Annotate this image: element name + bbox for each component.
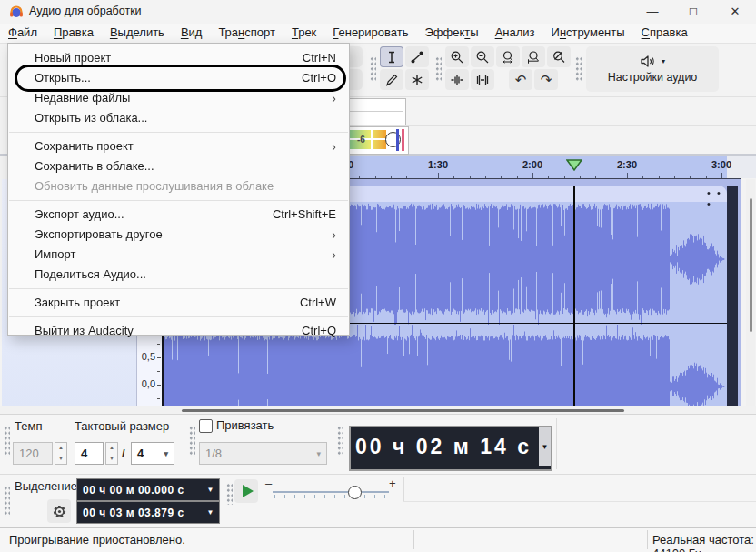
speaker-icon — [640, 55, 656, 68]
ts-numerator-input[interactable]: 4 — [75, 442, 104, 465]
file-menu-item-6[interactable]: Сохранить в облаке... — [8, 156, 349, 176]
edit-toolbar-grip[interactable] — [435, 56, 442, 82]
menu-bar: ФайлПравкаВыделитьВидТранспортТрекГенери… — [0, 24, 756, 44]
zoom-fit-icon — [526, 50, 541, 65]
gear-icon — [52, 504, 67, 519]
ts-spinner[interactable]: ▲▼ — [105, 442, 118, 465]
menubar-item-8[interactable]: Анализ — [487, 24, 543, 43]
time-format-arrow[interactable]: ▼ — [539, 427, 551, 466]
amplitude-label: 0,5 — [137, 351, 155, 362]
ruler-label: 2:30 — [617, 159, 637, 170]
submenu-arrow-icon: › — [332, 225, 336, 245]
fit-selection-button[interactable] — [496, 46, 520, 67]
file-menu-item-10[interactable]: Экспортировать другое› — [8, 225, 349, 245]
meter-pink-bar — [402, 129, 404, 151]
menubar-item-6[interactable]: Генерировать — [324, 24, 416, 43]
menubar-item-0[interactable]: Файл — [0, 24, 45, 43]
play-speed-grip[interactable] — [226, 483, 233, 505]
undo-icon: ↶ — [515, 73, 527, 86]
dock-separator — [348, 125, 756, 126]
clip-menu-icon[interactable]: • • • — [707, 187, 727, 209]
file-menu-item-16[interactable]: Выйти из AudacityCtrl+Q — [8, 321, 349, 341]
selection-settings-button[interactable] — [47, 499, 71, 523]
multi-tool-button[interactable] — [405, 69, 429, 90]
selection-tool-button[interactable] — [380, 46, 403, 67]
speed-slider-track[interactable] — [273, 491, 389, 493]
ruler-label: 3:00 — [711, 159, 731, 170]
horizontal-scrollbar-thumb[interactable] — [182, 409, 624, 412]
menu-separator — [9, 132, 348, 133]
selection-grip[interactable] — [4, 486, 10, 517]
trim-icon — [450, 73, 464, 87]
zoom-in-button[interactable] — [445, 46, 469, 67]
file-menu-item-12[interactable]: Поделиться Аудио... — [8, 265, 349, 285]
tempo-input[interactable]: 120 — [13, 442, 53, 465]
close-button[interactable]: ✕ — [715, 0, 755, 24]
speed-minus-label: – — [265, 477, 272, 490]
menubar-item-10[interactable]: Справка — [633, 24, 696, 43]
file-menu-item-9[interactable]: Экспорт аудио...Ctrl+Shift+E — [8, 205, 349, 225]
trim-audio-button[interactable] — [445, 69, 469, 90]
snap-label: Привязать — [216, 418, 274, 432]
snap-select[interactable]: 1/8▾ — [199, 442, 327, 465]
selection-start-field[interactable]: 00 ч 00 м 00.000 с▼ — [76, 478, 220, 501]
speed-slider-thumb[interactable] — [348, 486, 362, 499]
file-menu-item-0[interactable]: Новый проектCtrl+N — [8, 48, 349, 68]
play-at-speed-button[interactable] — [234, 479, 258, 503]
transport-button-partial[interactable] — [350, 46, 363, 67]
pencil-icon — [384, 73, 399, 87]
ruler-label: 1:30 — [428, 159, 448, 170]
menubar-item-7[interactable]: Эффекты — [417, 24, 487, 43]
track-empty-area — [727, 186, 738, 406]
file-menu-item-7[interactable]: Обновить данные прослушивания в облаке — [8, 176, 349, 196]
title-bar: Аудио для обработки — ☐ ✕ — [0, 0, 756, 24]
file-menu-item-11[interactable]: Импорт› — [8, 245, 349, 265]
audio-setup-grip[interactable] — [575, 56, 582, 82]
silence-audio-button[interactable] — [471, 69, 494, 90]
tempo-spinner[interactable]: ▲▼ — [55, 442, 67, 465]
window-title: Аудио для обработки — [29, 5, 142, 17]
file-menu-item-1[interactable]: Открыть...Ctrl+O — [8, 68, 349, 88]
file-menu-item-5[interactable]: Сохранить проект› — [8, 136, 349, 156]
envelope-icon — [410, 50, 424, 65]
selection-end-field[interactable]: 00 ч 03 м 03.879 с▼ — [76, 501, 220, 524]
recording-meter[interactable] — [348, 98, 406, 125]
menubar-item-2[interactable]: Выделить — [102, 24, 173, 43]
snap-grip[interactable] — [189, 426, 195, 457]
menubar-item-3[interactable]: Вид — [173, 24, 211, 43]
snap-checkbox[interactable] — [199, 419, 213, 433]
ts-denominator-select[interactable]: 4▾ — [131, 442, 174, 465]
status-divider — [647, 530, 648, 549]
file-menu-item-2[interactable]: Недавние файлы› — [8, 88, 349, 108]
envelope-tool-button[interactable] — [405, 46, 429, 67]
toolbar-separator — [403, 477, 404, 502]
vertical-scrollbar-thumb[interactable] — [750, 198, 752, 332]
playback-meter[interactable]: -6 — [348, 126, 409, 155]
time-display[interactable]: 00 ч 02 м 14 с ▼ — [349, 426, 552, 471]
file-menu-item-14[interactable]: Закрыть проектCtrl+W — [8, 293, 349, 313]
asterisk-icon — [410, 73, 424, 87]
minimize-button[interactable]: — — [632, 0, 672, 24]
playhead-triangle[interactable] — [566, 159, 582, 171]
time-grip[interactable] — [337, 426, 343, 457]
file-menu-item-3[interactable]: Открыть из облака... — [8, 108, 349, 128]
redo-button[interactable]: ↷ — [534, 69, 558, 90]
time-signature-grip[interactable] — [4, 426, 10, 457]
amplitude-label: 0,0 — [137, 378, 155, 389]
transport-button-partial[interactable] — [350, 69, 363, 90]
menubar-item-1[interactable]: Правка — [45, 24, 102, 43]
amplitude-minor-tick — [157, 398, 160, 399]
zoom-out-button[interactable] — [471, 46, 494, 67]
undo-button[interactable]: ↶ — [509, 69, 532, 90]
audio-setup-button[interactable]: ▾ Настройки аудио — [586, 46, 719, 92]
tools-toolbar-grip[interactable] — [370, 56, 376, 82]
draw-tool-button[interactable] — [380, 69, 403, 90]
menubar-item-9[interactable]: Инструменты — [543, 24, 633, 43]
maximize-button[interactable]: ☐ — [673, 0, 713, 24]
zoom-out-icon — [475, 50, 490, 65]
fit-project-button[interactable] — [522, 46, 545, 67]
menubar-item-4[interactable]: Транспорт — [210, 24, 284, 43]
status-sample-rate: Реальная частота: 44100 Гц — [652, 533, 756, 552]
zoom-toggle-button[interactable] — [547, 46, 571, 67]
menubar-item-5[interactable]: Трек — [284, 24, 324, 43]
